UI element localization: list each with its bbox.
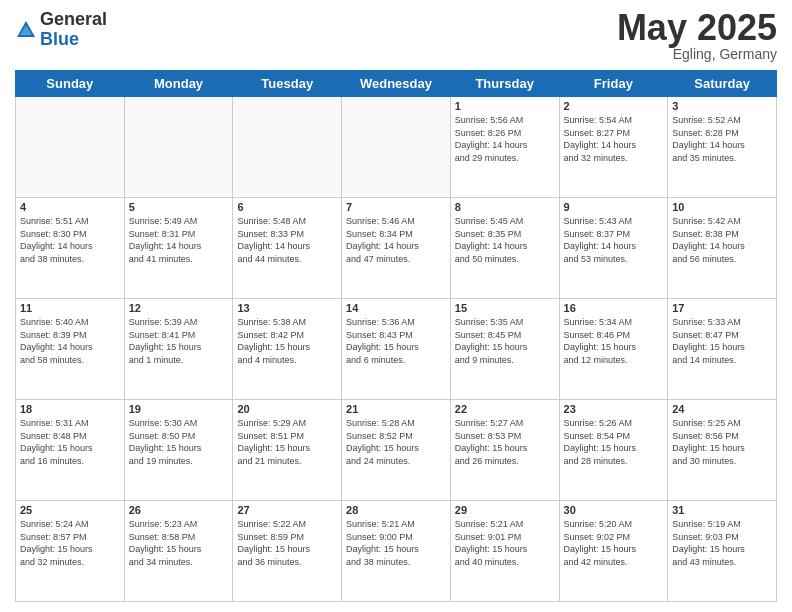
col-sunday: Sunday	[16, 71, 125, 97]
day-number: 30	[564, 504, 664, 516]
table-row: 30Sunrise: 5:20 AM Sunset: 9:02 PM Dayli…	[559, 501, 668, 602]
day-info: Sunrise: 5:48 AM Sunset: 8:33 PM Dayligh…	[237, 215, 337, 265]
day-info: Sunrise: 5:23 AM Sunset: 8:58 PM Dayligh…	[129, 518, 229, 568]
table-row: 7Sunrise: 5:46 AM Sunset: 8:34 PM Daylig…	[342, 198, 451, 299]
table-row	[124, 97, 233, 198]
table-row: 21Sunrise: 5:28 AM Sunset: 8:52 PM Dayli…	[342, 400, 451, 501]
logo-text: General Blue	[40, 10, 107, 50]
col-saturday: Saturday	[668, 71, 777, 97]
logo-blue: Blue	[40, 30, 107, 50]
table-row: 23Sunrise: 5:26 AM Sunset: 8:54 PM Dayli…	[559, 400, 668, 501]
day-number: 25	[20, 504, 120, 516]
day-info: Sunrise: 5:29 AM Sunset: 8:51 PM Dayligh…	[237, 417, 337, 467]
day-info: Sunrise: 5:42 AM Sunset: 8:38 PM Dayligh…	[672, 215, 772, 265]
day-info: Sunrise: 5:28 AM Sunset: 8:52 PM Dayligh…	[346, 417, 446, 467]
table-row: 1Sunrise: 5:56 AM Sunset: 8:26 PM Daylig…	[450, 97, 559, 198]
table-row: 27Sunrise: 5:22 AM Sunset: 8:59 PM Dayli…	[233, 501, 342, 602]
day-number: 11	[20, 302, 120, 314]
calendar-week-2: 11Sunrise: 5:40 AM Sunset: 8:39 PM Dayli…	[16, 299, 777, 400]
day-number: 16	[564, 302, 664, 314]
day-number: 26	[129, 504, 229, 516]
day-number: 12	[129, 302, 229, 314]
day-info: Sunrise: 5:56 AM Sunset: 8:26 PM Dayligh…	[455, 114, 555, 164]
day-info: Sunrise: 5:21 AM Sunset: 9:00 PM Dayligh…	[346, 518, 446, 568]
table-row: 28Sunrise: 5:21 AM Sunset: 9:00 PM Dayli…	[342, 501, 451, 602]
day-number: 1	[455, 100, 555, 112]
day-number: 9	[564, 201, 664, 213]
day-info: Sunrise: 5:39 AM Sunset: 8:41 PM Dayligh…	[129, 316, 229, 366]
table-row: 25Sunrise: 5:24 AM Sunset: 8:57 PM Dayli…	[16, 501, 125, 602]
day-info: Sunrise: 5:34 AM Sunset: 8:46 PM Dayligh…	[564, 316, 664, 366]
day-number: 17	[672, 302, 772, 314]
table-row: 2Sunrise: 5:54 AM Sunset: 8:27 PM Daylig…	[559, 97, 668, 198]
day-number: 7	[346, 201, 446, 213]
day-number: 31	[672, 504, 772, 516]
day-info: Sunrise: 5:38 AM Sunset: 8:42 PM Dayligh…	[237, 316, 337, 366]
day-info: Sunrise: 5:31 AM Sunset: 8:48 PM Dayligh…	[20, 417, 120, 467]
day-number: 22	[455, 403, 555, 415]
location: Egling, Germany	[617, 46, 777, 62]
table-row: 19Sunrise: 5:30 AM Sunset: 8:50 PM Dayli…	[124, 400, 233, 501]
col-monday: Monday	[124, 71, 233, 97]
table-row: 14Sunrise: 5:36 AM Sunset: 8:43 PM Dayli…	[342, 299, 451, 400]
day-number: 23	[564, 403, 664, 415]
title-block: May 2025 Egling, Germany	[617, 10, 777, 62]
table-row: 29Sunrise: 5:21 AM Sunset: 9:01 PM Dayli…	[450, 501, 559, 602]
col-wednesday: Wednesday	[342, 71, 451, 97]
col-tuesday: Tuesday	[233, 71, 342, 97]
day-info: Sunrise: 5:52 AM Sunset: 8:28 PM Dayligh…	[672, 114, 772, 164]
logo-general: General	[40, 10, 107, 30]
day-info: Sunrise: 5:46 AM Sunset: 8:34 PM Dayligh…	[346, 215, 446, 265]
calendar-week-3: 18Sunrise: 5:31 AM Sunset: 8:48 PM Dayli…	[16, 400, 777, 501]
day-number: 8	[455, 201, 555, 213]
day-info: Sunrise: 5:26 AM Sunset: 8:54 PM Dayligh…	[564, 417, 664, 467]
page: General Blue May 2025 Egling, Germany Su…	[0, 0, 792, 612]
table-row: 17Sunrise: 5:33 AM Sunset: 8:47 PM Dayli…	[668, 299, 777, 400]
day-number: 5	[129, 201, 229, 213]
month-title: May 2025	[617, 10, 777, 46]
day-info: Sunrise: 5:40 AM Sunset: 8:39 PM Dayligh…	[20, 316, 120, 366]
table-row: 16Sunrise: 5:34 AM Sunset: 8:46 PM Dayli…	[559, 299, 668, 400]
table-row	[233, 97, 342, 198]
day-info: Sunrise: 5:51 AM Sunset: 8:30 PM Dayligh…	[20, 215, 120, 265]
logo: General Blue	[15, 10, 107, 50]
day-number: 2	[564, 100, 664, 112]
day-info: Sunrise: 5:21 AM Sunset: 9:01 PM Dayligh…	[455, 518, 555, 568]
day-number: 20	[237, 403, 337, 415]
calendar-week-4: 25Sunrise: 5:24 AM Sunset: 8:57 PM Dayli…	[16, 501, 777, 602]
day-info: Sunrise: 5:45 AM Sunset: 8:35 PM Dayligh…	[455, 215, 555, 265]
day-number: 13	[237, 302, 337, 314]
day-info: Sunrise: 5:35 AM Sunset: 8:45 PM Dayligh…	[455, 316, 555, 366]
day-number: 14	[346, 302, 446, 314]
day-number: 10	[672, 201, 772, 213]
day-info: Sunrise: 5:33 AM Sunset: 8:47 PM Dayligh…	[672, 316, 772, 366]
day-info: Sunrise: 5:27 AM Sunset: 8:53 PM Dayligh…	[455, 417, 555, 467]
table-row: 20Sunrise: 5:29 AM Sunset: 8:51 PM Dayli…	[233, 400, 342, 501]
table-row: 18Sunrise: 5:31 AM Sunset: 8:48 PM Dayli…	[16, 400, 125, 501]
day-info: Sunrise: 5:25 AM Sunset: 8:56 PM Dayligh…	[672, 417, 772, 467]
table-row	[342, 97, 451, 198]
day-info: Sunrise: 5:19 AM Sunset: 9:03 PM Dayligh…	[672, 518, 772, 568]
table-row: 5Sunrise: 5:49 AM Sunset: 8:31 PM Daylig…	[124, 198, 233, 299]
calendar-week-1: 4Sunrise: 5:51 AM Sunset: 8:30 PM Daylig…	[16, 198, 777, 299]
day-info: Sunrise: 5:30 AM Sunset: 8:50 PM Dayligh…	[129, 417, 229, 467]
calendar-week-0: 1Sunrise: 5:56 AM Sunset: 8:26 PM Daylig…	[16, 97, 777, 198]
day-info: Sunrise: 5:36 AM Sunset: 8:43 PM Dayligh…	[346, 316, 446, 366]
table-row: 26Sunrise: 5:23 AM Sunset: 8:58 PM Dayli…	[124, 501, 233, 602]
day-info: Sunrise: 5:49 AM Sunset: 8:31 PM Dayligh…	[129, 215, 229, 265]
table-row: 11Sunrise: 5:40 AM Sunset: 8:39 PM Dayli…	[16, 299, 125, 400]
day-number: 21	[346, 403, 446, 415]
day-info: Sunrise: 5:54 AM Sunset: 8:27 PM Dayligh…	[564, 114, 664, 164]
day-number: 24	[672, 403, 772, 415]
calendar-header-row: Sunday Monday Tuesday Wednesday Thursday…	[16, 71, 777, 97]
calendar-table: Sunday Monday Tuesday Wednesday Thursday…	[15, 70, 777, 602]
table-row: 13Sunrise: 5:38 AM Sunset: 8:42 PM Dayli…	[233, 299, 342, 400]
day-number: 18	[20, 403, 120, 415]
day-number: 15	[455, 302, 555, 314]
table-row: 24Sunrise: 5:25 AM Sunset: 8:56 PM Dayli…	[668, 400, 777, 501]
table-row: 31Sunrise: 5:19 AM Sunset: 9:03 PM Dayli…	[668, 501, 777, 602]
table-row: 12Sunrise: 5:39 AM Sunset: 8:41 PM Dayli…	[124, 299, 233, 400]
table-row: 9Sunrise: 5:43 AM Sunset: 8:37 PM Daylig…	[559, 198, 668, 299]
day-number: 27	[237, 504, 337, 516]
header: General Blue May 2025 Egling, Germany	[15, 10, 777, 62]
